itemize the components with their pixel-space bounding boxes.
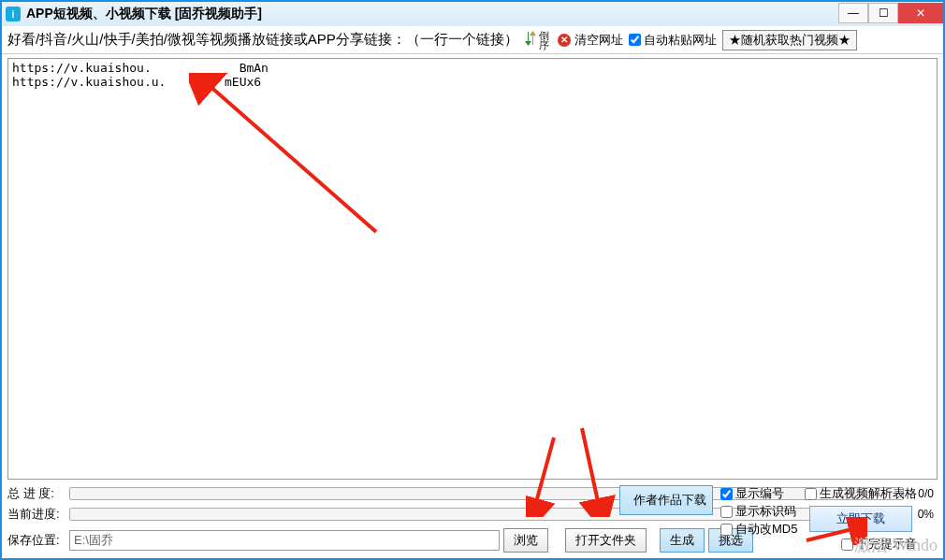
minimize-button[interactable]: —: [838, 3, 868, 23]
browse-button[interactable]: 浏览: [503, 528, 548, 553]
total-progress-label: 总 进 度:: [7, 485, 65, 502]
maximize-button[interactable]: ☐: [868, 3, 898, 23]
auto-md5-checkbox[interactable]: 自动改MD5: [720, 521, 797, 538]
sort-label: 倒序: [539, 31, 552, 50]
gen-table-input[interactable]: [805, 488, 817, 500]
download-now-button[interactable]: 立即下载: [809, 506, 912, 532]
reverse-order-button[interactable]: 倒序: [524, 30, 552, 50]
auto-md5-label: 自动改MD5: [735, 521, 797, 538]
show-number-checkbox[interactable]: 显示编号: [720, 485, 797, 502]
app-icon: i: [6, 7, 21, 22]
done-sound-input[interactable]: [841, 538, 853, 551]
show-id-label: 显示标识码: [735, 503, 796, 520]
autopaste-label: 自动粘贴网址: [644, 32, 717, 49]
auto-md5-input[interactable]: [720, 524, 733, 536]
clear-urls-button[interactable]: ✕ 清空网址: [558, 32, 623, 49]
close-button[interactable]: ✕: [898, 3, 943, 23]
save-path-label: 保存位置:: [7, 532, 65, 549]
gen-table-label: 生成视频解析表格: [820, 485, 917, 502]
save-path-input[interactable]: [69, 530, 500, 551]
current-progress-label: 当前进度:: [7, 506, 65, 523]
window-controls: — ☐ ✕: [838, 3, 943, 23]
random-hot-video-button[interactable]: ★随机获取热门视频★: [722, 30, 857, 50]
window-title: APP短视频、小视频下载 [固乔视频助手]: [26, 6, 838, 22]
titlebar: i APP短视频、小视频下载 [固乔视频助手] — ☐ ✕: [2, 2, 943, 26]
sort-icon: [524, 30, 537, 50]
show-number-input[interactable]: [720, 488, 733, 500]
show-number-label: 显示编号: [735, 485, 784, 502]
bottom-panel: 总 进 度: 0/0 当前进度: 0% 保存位置: 浏览 打开文件夹 生成: [2, 480, 943, 558]
gen-table-checkbox[interactable]: 生成视频解析表格: [805, 485, 917, 502]
autopaste-checkbox[interactable]: 自动粘贴网址: [629, 32, 717, 49]
main-area: [2, 54, 943, 480]
show-id-checkbox[interactable]: 显示标识码: [720, 503, 797, 520]
clear-label: 清空网址: [574, 32, 623, 49]
autopaste-input[interactable]: [629, 34, 641, 46]
show-id-input[interactable]: [720, 506, 733, 518]
url-textarea[interactable]: [7, 58, 938, 480]
toolbar: 好看/抖音/火山/快手/美拍/微视等视频播放链接或APP分享链接：（一行一个链接…: [2, 26, 943, 54]
windows-activation-watermark: 激活 Windo: [854, 534, 938, 556]
instruction-label: 好看/抖音/火山/快手/美拍/微视等视频播放链接或APP分享链接：（一行一个链接…: [7, 31, 518, 49]
app-window: i APP短视频、小视频下载 [固乔视频助手] — ☐ ✕ 好看/抖音/火山/快…: [0, 0, 945, 560]
clear-icon: ✕: [558, 34, 571, 47]
watermark-line1: 激活 Windo: [854, 536, 938, 554]
author-works-download-button[interactable]: 作者作品下载: [619, 485, 713, 515]
